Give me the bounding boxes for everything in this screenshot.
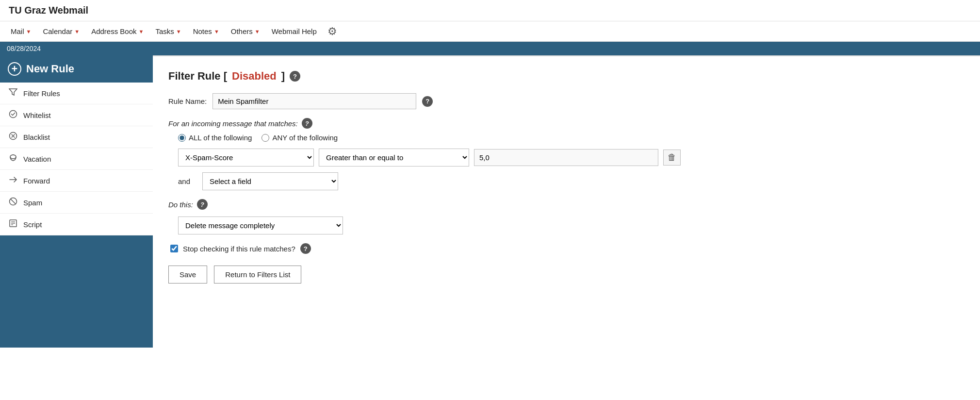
nav-calendar-chevron: ▼ [74, 29, 80, 34]
funnel-icon [8, 88, 18, 99]
new-rule-label: New Rule [26, 63, 74, 75]
and-label: and [178, 177, 197, 185]
radio-any-option[interactable]: ANY of the following [261, 133, 338, 142]
nav-item-notes[interactable]: Notes ▼ [188, 21, 224, 41]
sidebar-vacation-label: Vacation [23, 155, 51, 163]
radio-all-input[interactable] [178, 134, 186, 142]
vacation-icon [8, 153, 18, 164]
sidebar-filterrules-label: Filter Rules [23, 89, 60, 98]
match-radio-row: ALL of the following ANY of the followin… [168, 133, 964, 142]
filter-title-status: Disabled [232, 70, 277, 83]
nav-calendar-label: Calendar [43, 27, 72, 35]
nav-item-mail[interactable]: Mail ▼ [6, 21, 36, 41]
new-rule-button[interactable]: + New Rule [0, 55, 153, 83]
date-bar: 08/28/2024 [0, 42, 980, 55]
sidebar-spam-label: Spam [23, 199, 42, 207]
svg-line-5 [11, 199, 16, 204]
button-row: Save Return to Filters List [168, 266, 964, 283]
stop-checking-row: Stop checking if this rule matches? ? [168, 243, 964, 254]
condition-field-select[interactable]: X-Spam-Score Subject From To Size [178, 149, 314, 167]
new-rule-icon: + [8, 62, 21, 76]
ban-icon [8, 197, 18, 208]
radio-any-label: ANY of the following [272, 133, 338, 142]
svg-point-0 [10, 111, 17, 118]
action-select[interactable]: Delete message completely Move to folder… [178, 217, 343, 234]
sidebar-whitelist-label: Whitelist [23, 111, 51, 119]
sidebar-script-label: Script [23, 220, 42, 229]
sidebar-item-forward[interactable]: Forward [0, 170, 153, 192]
nav-notes-chevron: ▼ [214, 29, 219, 34]
incoming-message-label: For an incoming message that matches: ? [168, 118, 964, 129]
sidebar: + New Rule Filter Rules [0, 55, 153, 348]
app-title: TU Graz Webmail [9, 5, 88, 16]
condition-delete-button[interactable]: 🗑 [663, 150, 681, 166]
rule-name-help-icon[interactable]: ? [422, 96, 433, 107]
return-button[interactable]: Return to Filters List [214, 266, 301, 283]
radio-all-option[interactable]: ALL of the following [178, 133, 252, 142]
sidebar-item-blacklist[interactable]: Blacklist [0, 126, 153, 148]
main-nav: Mail ▼ Calendar ▼ Address Book ▼ Tasks ▼… [0, 21, 980, 42]
nav-addressbook-label: Address Book [91, 27, 136, 35]
main-content: Filter Rule [Disabled] ? Rule Name: ? Fo… [153, 55, 980, 348]
nav-item-others[interactable]: Others ▼ [226, 21, 265, 41]
sidebar-item-script[interactable]: Script [0, 214, 153, 235]
incoming-help-icon[interactable]: ? [302, 118, 312, 129]
and-condition-row: and Select a field Subject From To Size … [168, 172, 964, 190]
action-select-row: Delete message completely Move to folder… [168, 217, 964, 234]
check-circle-icon [8, 110, 18, 120]
sidebar-item-filterrules[interactable]: Filter Rules [0, 83, 153, 104]
nav-item-calendar[interactable]: Calendar ▼ [38, 21, 84, 41]
condition-value-input[interactable] [474, 149, 658, 166]
and-field-select[interactable]: Select a field Subject From To Size X-Sp… [202, 172, 338, 190]
rule-name-label: Rule Name: [168, 97, 207, 105]
do-this-row: Do this: ? [168, 199, 964, 210]
nav-tasks-label: Tasks [155, 27, 174, 35]
radio-any-input[interactable] [261, 134, 269, 142]
sidebar-blacklist-label: Blacklist [23, 133, 50, 141]
filter-title-prefix: Filter Rule [ [168, 70, 227, 83]
nav-mail-label: Mail [11, 27, 24, 35]
nav-others-label: Others [231, 27, 253, 35]
sidebar-items: Filter Rules Whitelist [0, 83, 153, 235]
date-display: 08/28/2024 [7, 45, 41, 52]
sidebar-item-spam[interactable]: Spam [0, 192, 153, 214]
condition-operator-select[interactable]: Greater than or equal to Less than Equal… [319, 149, 469, 167]
nav-item-addressbook[interactable]: Address Book ▼ [86, 21, 148, 41]
radio-all-label: ALL of the following [189, 133, 252, 142]
nav-notes-label: Notes [193, 27, 212, 35]
settings-icon[interactable]: ⚙ [327, 25, 337, 38]
rule-name-input[interactable] [212, 93, 416, 109]
content-box: Filter Rule [Disabled] ? Rule Name: ? Fo… [153, 56, 980, 348]
filter-title-help-icon[interactable]: ? [290, 71, 300, 82]
nav-mail-chevron: ▼ [26, 29, 32, 34]
condition-row: X-Spam-Score Subject From To Size Greate… [168, 149, 964, 167]
filter-rule-title: Filter Rule [Disabled] ? [168, 70, 964, 83]
nav-item-webmailhelp[interactable]: Webmail Help [267, 21, 322, 41]
arrow-right-icon [8, 175, 18, 186]
stop-checking-checkbox[interactable] [170, 245, 178, 252]
rule-name-row: Rule Name: ? [168, 93, 964, 109]
nav-addressbook-chevron: ▼ [139, 29, 144, 34]
script-icon [8, 219, 18, 230]
x-circle-icon [8, 132, 18, 142]
nav-item-tasks[interactable]: Tasks ▼ [150, 21, 186, 41]
stop-checking-label[interactable]: Stop checking if this rule matches? [183, 245, 295, 253]
nav-tasks-chevron: ▼ [176, 29, 181, 34]
sidebar-item-whitelist[interactable]: Whitelist [0, 104, 153, 126]
nav-others-chevron: ▼ [255, 29, 260, 34]
svg-point-2 [10, 155, 16, 159]
stop-checking-help-icon[interactable]: ? [300, 243, 311, 254]
nav-webmailhelp-label: Webmail Help [272, 27, 317, 35]
filter-title-suffix: ] [281, 70, 285, 83]
sidebar-forward-label: Forward [23, 177, 50, 185]
save-button[interactable]: Save [168, 266, 207, 283]
sidebar-item-vacation[interactable]: Vacation [0, 148, 153, 170]
do-this-help-icon[interactable]: ? [197, 199, 208, 210]
do-this-label: Do this: ? [168, 199, 208, 210]
